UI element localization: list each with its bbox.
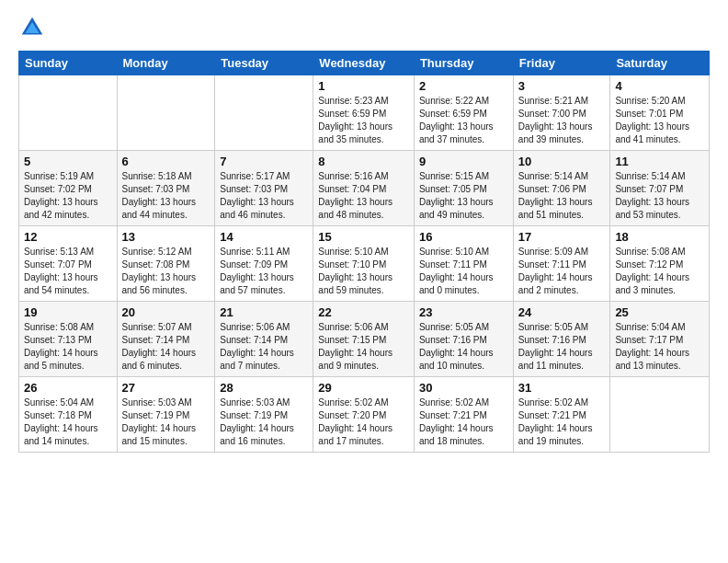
weekday-header: Saturday <box>610 52 710 75</box>
calendar-cell: 30Sunrise: 5:02 AM Sunset: 7:21 PM Dayli… <box>414 377 513 453</box>
weekday-header: Thursday <box>414 52 513 75</box>
day-info: Sunrise: 5:11 AM Sunset: 7:09 PM Dayligh… <box>220 246 308 297</box>
day-number: 29 <box>318 381 409 395</box>
day-info: Sunrise: 5:19 AM Sunset: 7:02 PM Dayligh… <box>24 170 112 222</box>
day-number: 28 <box>220 381 308 395</box>
day-info: Sunrise: 5:15 AM Sunset: 7:05 PM Dayligh… <box>419 170 508 222</box>
calendar-cell: 31Sunrise: 5:02 AM Sunset: 7:21 PM Dayli… <box>513 377 610 453</box>
calendar-cell <box>610 377 710 453</box>
day-number: 10 <box>518 155 606 168</box>
calendar-cell: 25Sunrise: 5:04 AM Sunset: 7:17 PM Dayli… <box>610 302 710 377</box>
day-info: Sunrise: 5:02 AM Sunset: 7:20 PM Dayligh… <box>318 396 409 448</box>
calendar-cell: 1Sunrise: 5:23 AM Sunset: 6:59 PM Daylig… <box>313 75 415 151</box>
calendar-cell: 2Sunrise: 5:22 AM Sunset: 6:59 PM Daylig… <box>414 75 513 151</box>
calendar-cell: 23Sunrise: 5:05 AM Sunset: 7:16 PM Dayli… <box>414 302 513 377</box>
calendar-cell: 6Sunrise: 5:18 AM Sunset: 7:03 PM Daylig… <box>117 151 215 226</box>
calendar-cell: 28Sunrise: 5:03 AM Sunset: 7:19 PM Dayli… <box>215 377 313 453</box>
day-number: 27 <box>122 381 210 395</box>
day-info: Sunrise: 5:05 AM Sunset: 7:16 PM Dayligh… <box>419 321 508 373</box>
day-number: 11 <box>615 155 704 168</box>
day-info: Sunrise: 5:04 AM Sunset: 7:17 PM Dayligh… <box>615 321 704 373</box>
weekday-header: Tuesday <box>215 52 313 75</box>
calendar-cell: 10Sunrise: 5:14 AM Sunset: 7:06 PM Dayli… <box>513 151 610 226</box>
day-number: 21 <box>220 305 308 319</box>
day-number: 19 <box>24 305 112 319</box>
calendar-cell <box>19 75 118 151</box>
calendar-cell: 24Sunrise: 5:05 AM Sunset: 7:16 PM Dayli… <box>513 302 610 377</box>
day-number: 12 <box>24 230 112 244</box>
page: SundayMondayTuesdayWednesdayThursdayFrid… <box>0 0 728 563</box>
day-number: 16 <box>419 230 508 244</box>
calendar-cell: 21Sunrise: 5:06 AM Sunset: 7:14 PM Dayli… <box>215 302 313 377</box>
calendar-cell: 4Sunrise: 5:20 AM Sunset: 7:01 PM Daylig… <box>610 75 710 151</box>
day-info: Sunrise: 5:06 AM Sunset: 7:14 PM Dayligh… <box>220 321 308 373</box>
calendar-cell <box>215 75 313 151</box>
calendar-cell: 12Sunrise: 5:13 AM Sunset: 7:07 PM Dayli… <box>19 226 118 302</box>
calendar-week-row: 19Sunrise: 5:08 AM Sunset: 7:13 PM Dayli… <box>19 302 710 377</box>
weekday-header: Sunday <box>19 52 118 75</box>
day-info: Sunrise: 5:06 AM Sunset: 7:15 PM Dayligh… <box>318 321 409 373</box>
calendar-cell: 22Sunrise: 5:06 AM Sunset: 7:15 PM Dayli… <box>313 302 415 377</box>
day-info: Sunrise: 5:03 AM Sunset: 7:19 PM Dayligh… <box>220 396 308 448</box>
day-number: 31 <box>518 381 606 395</box>
day-info: Sunrise: 5:21 AM Sunset: 7:00 PM Dayligh… <box>518 95 606 146</box>
calendar-cell: 16Sunrise: 5:10 AM Sunset: 7:11 PM Dayli… <box>414 226 513 302</box>
logo-icon <box>18 14 46 41</box>
calendar-cell: 20Sunrise: 5:07 AM Sunset: 7:14 PM Dayli… <box>117 302 215 377</box>
day-number: 6 <box>122 155 210 168</box>
day-info: Sunrise: 5:05 AM Sunset: 7:16 PM Dayligh… <box>518 321 606 373</box>
day-number: 4 <box>615 79 704 93</box>
calendar: SundayMondayTuesdayWednesdayThursdayFrid… <box>18 51 710 453</box>
calendar-cell: 5Sunrise: 5:19 AM Sunset: 7:02 PM Daylig… <box>19 151 118 226</box>
day-number: 23 <box>419 305 508 319</box>
day-number: 2 <box>419 79 508 93</box>
calendar-week-row: 5Sunrise: 5:19 AM Sunset: 7:02 PM Daylig… <box>19 151 710 226</box>
calendar-cell: 9Sunrise: 5:15 AM Sunset: 7:05 PM Daylig… <box>414 151 513 226</box>
day-info: Sunrise: 5:22 AM Sunset: 6:59 PM Dayligh… <box>419 95 508 146</box>
day-number: 25 <box>615 305 704 319</box>
calendar-cell: 19Sunrise: 5:08 AM Sunset: 7:13 PM Dayli… <box>19 302 118 377</box>
calendar-header-row: SundayMondayTuesdayWednesdayThursdayFrid… <box>19 52 710 75</box>
calendar-cell: 14Sunrise: 5:11 AM Sunset: 7:09 PM Dayli… <box>215 226 313 302</box>
day-number: 7 <box>220 155 308 168</box>
day-number: 17 <box>518 230 606 244</box>
day-info: Sunrise: 5:18 AM Sunset: 7:03 PM Dayligh… <box>122 170 210 222</box>
day-info: Sunrise: 5:04 AM Sunset: 7:18 PM Dayligh… <box>24 396 112 448</box>
calendar-cell: 26Sunrise: 5:04 AM Sunset: 7:18 PM Dayli… <box>19 377 118 453</box>
calendar-cell: 3Sunrise: 5:21 AM Sunset: 7:00 PM Daylig… <box>513 75 610 151</box>
weekday-header: Wednesday <box>313 52 415 75</box>
day-info: Sunrise: 5:09 AM Sunset: 7:11 PM Dayligh… <box>518 246 606 297</box>
day-number: 3 <box>518 79 606 93</box>
calendar-week-row: 12Sunrise: 5:13 AM Sunset: 7:07 PM Dayli… <box>19 226 710 302</box>
day-info: Sunrise: 5:08 AM Sunset: 7:13 PM Dayligh… <box>24 321 112 373</box>
day-number: 1 <box>318 79 409 93</box>
day-info: Sunrise: 5:10 AM Sunset: 7:10 PM Dayligh… <box>318 246 409 297</box>
day-number: 9 <box>419 155 508 168</box>
day-info: Sunrise: 5:08 AM Sunset: 7:12 PM Dayligh… <box>615 246 704 297</box>
calendar-cell: 17Sunrise: 5:09 AM Sunset: 7:11 PM Dayli… <box>513 226 610 302</box>
calendar-cell: 18Sunrise: 5:08 AM Sunset: 7:12 PM Dayli… <box>610 226 710 302</box>
calendar-cell: 11Sunrise: 5:14 AM Sunset: 7:07 PM Dayli… <box>610 151 710 226</box>
day-info: Sunrise: 5:10 AM Sunset: 7:11 PM Dayligh… <box>419 246 508 297</box>
day-number: 22 <box>318 305 409 319</box>
day-number: 18 <box>615 230 704 244</box>
calendar-cell: 29Sunrise: 5:02 AM Sunset: 7:20 PM Dayli… <box>313 377 415 453</box>
day-number: 26 <box>24 381 112 395</box>
day-number: 13 <box>122 230 210 244</box>
day-info: Sunrise: 5:14 AM Sunset: 7:07 PM Dayligh… <box>615 170 704 222</box>
calendar-cell: 7Sunrise: 5:17 AM Sunset: 7:03 PM Daylig… <box>215 151 313 226</box>
weekday-header: Monday <box>117 52 215 75</box>
day-number: 30 <box>419 381 508 395</box>
day-info: Sunrise: 5:07 AM Sunset: 7:14 PM Dayligh… <box>122 321 210 373</box>
calendar-body: 1Sunrise: 5:23 AM Sunset: 6:59 PM Daylig… <box>19 75 710 453</box>
day-info: Sunrise: 5:17 AM Sunset: 7:03 PM Dayligh… <box>220 170 308 222</box>
weekday-header: Friday <box>513 52 610 75</box>
day-info: Sunrise: 5:12 AM Sunset: 7:08 PM Dayligh… <box>122 246 210 297</box>
day-number: 20 <box>122 305 210 319</box>
day-number: 14 <box>220 230 308 244</box>
day-info: Sunrise: 5:23 AM Sunset: 6:59 PM Dayligh… <box>318 95 409 146</box>
day-info: Sunrise: 5:20 AM Sunset: 7:01 PM Dayligh… <box>615 95 704 146</box>
day-info: Sunrise: 5:02 AM Sunset: 7:21 PM Dayligh… <box>419 396 508 448</box>
day-number: 5 <box>24 155 112 168</box>
calendar-week-row: 1Sunrise: 5:23 AM Sunset: 6:59 PM Daylig… <box>19 75 710 151</box>
